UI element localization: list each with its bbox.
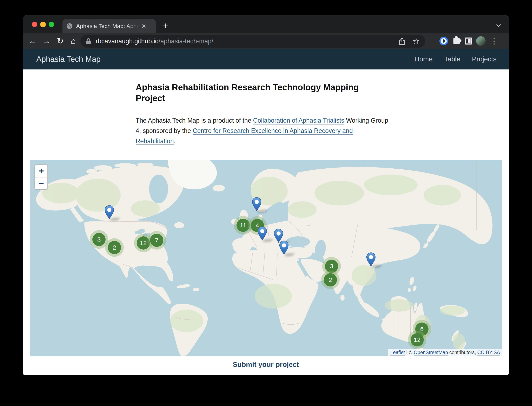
openstreetmap-link[interactable]: OpenStreetMap: [414, 350, 448, 355]
map-cluster-12[interactable]: 12: [408, 331, 426, 349]
tab-strip: Aphasia Tech Map: Aphasia Reh × +: [23, 15, 509, 33]
world-map[interactable]: + − Leaflet | © OpenStreetMap contributo…: [30, 160, 502, 356]
window-zoom-button[interactable]: [49, 22, 54, 27]
browser-tab[interactable]: Aphasia Tech Map: Aphasia Reh ×: [62, 19, 156, 33]
map-cluster-2[interactable]: 2: [321, 271, 340, 289]
zoom-out-button[interactable]: −: [35, 177, 47, 189]
new-tab-button[interactable]: +: [160, 20, 171, 32]
cc-by-sa-link[interactable]: CC-BY-SA: [477, 350, 500, 355]
scholar-extension-icon[interactable]: [425, 33, 437, 49]
tab-close-icon[interactable]: ×: [142, 22, 146, 30]
cluster-count: 3: [97, 236, 101, 243]
map-pin-marker[interactable]: [104, 204, 114, 220]
site-navbar: Aphasia Tech Map Home Table Projects: [23, 49, 509, 69]
cluster-count: 12: [414, 336, 421, 343]
window-minimize-button[interactable]: [40, 22, 46, 27]
zoom-in-button[interactable]: +: [35, 165, 47, 177]
intro-text: .: [174, 138, 176, 145]
cluster-count: 3: [330, 263, 333, 270]
browser-window: Aphasia Tech Map: Aphasia Reh × + ← → ↻ …: [23, 15, 509, 375]
url-path: /aphasia-tech-map/: [159, 37, 213, 45]
submit-project-link[interactable]: Submit your project: [233, 361, 299, 368]
map-tiles: [30, 160, 502, 356]
map-pin-marker[interactable]: [251, 196, 262, 212]
lock-icon[interactable]: [86, 38, 91, 44]
globe-favicon-icon: [66, 23, 73, 29]
attribution-text: | ©: [405, 350, 414, 355]
nav-link-home[interactable]: Home: [414, 55, 433, 63]
cluster-count: 2: [329, 276, 332, 283]
site-brand[interactable]: Aphasia Tech Map: [36, 55, 101, 64]
bookmark-star-icon[interactable]: ☆: [412, 36, 420, 46]
cluster-circle: 12: [411, 333, 424, 347]
cluster-count: 2: [113, 244, 116, 251]
cluster-count: 12: [140, 239, 147, 246]
cluster-count: 11: [240, 222, 246, 229]
map-pin-marker[interactable]: [257, 226, 267, 241]
map-cluster-7[interactable]: 7: [148, 231, 166, 250]
submit-section: Submit your project: [23, 361, 509, 369]
forward-button[interactable]: →: [40, 33, 52, 49]
page-content: Aphasia Rehabilitation Research Technolo…: [23, 69, 509, 375]
page-title: Aphasia Rehabilitation Research Technolo…: [136, 82, 377, 104]
nav-link-table[interactable]: Table: [444, 55, 460, 63]
cluster-circle: 7: [150, 234, 163, 247]
browser-menu-icon[interactable]: ⋮: [488, 33, 500, 49]
cluster-circle: 11: [236, 219, 250, 232]
password-manager-icon[interactable]: [438, 33, 450, 49]
back-button[interactable]: ←: [26, 33, 39, 49]
intro-text: The Aphasia Tech Map is a product of the: [136, 117, 253, 124]
profile-avatar[interactable]: [475, 33, 487, 49]
map-pin-marker[interactable]: [279, 240, 289, 255]
nav-link-projects[interactable]: Projects: [472, 55, 496, 63]
link-collaboration-aphasia-trialists[interactable]: Collaboration of Aphasia Trialists: [253, 117, 344, 124]
attribution-text: contributors,: [448, 350, 477, 355]
browser-toolbar: ← → ↻ ⌂ rbcavanaugh.github.io/aphasia-te…: [23, 33, 509, 49]
share-icon[interactable]: [398, 37, 405, 45]
cluster-count: 7: [155, 237, 159, 244]
tab-title: Aphasia Tech Map: Aphasia Reh: [76, 23, 140, 29]
leaflet-link[interactable]: Leaflet: [390, 350, 405, 355]
reload-button[interactable]: ↻: [54, 33, 66, 49]
map-attribution: Leaflet | © OpenStreetMap contributors, …: [388, 349, 502, 356]
cluster-circle: 2: [108, 241, 121, 254]
side-panel-icon[interactable]: [463, 33, 474, 49]
extensions-puzzle-icon[interactable]: [451, 33, 462, 49]
map-pin-marker[interactable]: [366, 252, 376, 267]
cluster-circle: 2: [324, 273, 337, 286]
home-button[interactable]: ⌂: [67, 33, 79, 49]
cluster-circle: 3: [92, 233, 106, 246]
address-bar[interactable]: rbcavanaugh.github.io/aphasia-tech-map/ …: [81, 35, 425, 48]
url-host: rbcavanaugh.github.io: [96, 37, 159, 45]
desktop-background: Aphasia Tech Map: Aphasia Reh × + ← → ↻ …: [0, 0, 532, 406]
map-zoom-control: + −: [34, 165, 48, 190]
chevron-down-icon[interactable]: [496, 22, 501, 27]
intro-paragraph: The Aphasia Tech Map is a product of the…: [136, 115, 391, 146]
window-close-button[interactable]: [32, 22, 37, 27]
map-cluster-2[interactable]: 2: [105, 238, 124, 257]
